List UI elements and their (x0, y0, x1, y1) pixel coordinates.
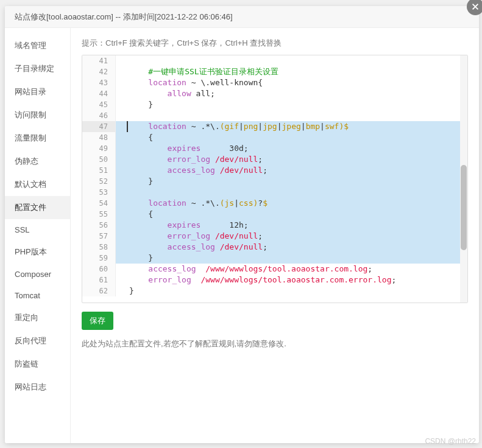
sidebar-item-13[interactable]: 反向代理 (5, 329, 70, 352)
code-line-50[interactable]: 50 error_log /dev/null; (82, 154, 467, 165)
scrollbar-thumb[interactable] (461, 165, 467, 250)
code-line-41[interactable]: 41 (82, 55, 467, 66)
code-content[interactable]: error_log /dev/null; (127, 154, 467, 165)
code-content[interactable]: expires 30d; (127, 143, 467, 154)
fold-gutter (116, 253, 127, 264)
code-content[interactable]: } (127, 99, 467, 110)
sidebar-item-0[interactable]: 域名管理 (5, 34, 70, 57)
code-line-62[interactable]: 62} (82, 285, 467, 296)
fold-gutter (116, 209, 127, 220)
line-number: 58 (82, 242, 116, 253)
code-line-58[interactable]: 58 access_log /dev/null; (82, 242, 467, 253)
fold-gutter (116, 88, 127, 99)
code-line-52[interactable]: 52 } (82, 176, 467, 187)
sidebar-item-15[interactable]: 网站日志 (5, 376, 70, 399)
fold-gutter (116, 242, 127, 253)
fold-gutter (116, 66, 127, 77)
main-panel: 提示：Ctrl+F 搜索关键字，Ctrl+S 保存，Ctrl+H 查找替换 41… (71, 28, 479, 443)
code-content[interactable]: access_log /dev/null; (127, 242, 467, 253)
config-editor[interactable]: 4142 #一键申请SSL证书验证目录相关设置43 location ~ \.w… (82, 55, 468, 303)
fold-gutter (116, 154, 127, 165)
sidebar-item-10[interactable]: Composer (5, 264, 70, 285)
sidebar-item-5[interactable]: 伪静态 (5, 150, 70, 173)
sidebar-item-7[interactable]: 配置文件 (5, 196, 70, 219)
sidebar-item-4[interactable]: 流量限制 (5, 127, 70, 150)
fold-gutter (116, 55, 127, 66)
sidebar-item-6[interactable]: 默认文档 (5, 173, 70, 196)
line-number: 51 (82, 165, 116, 176)
code-line-43[interactable]: 43 location ~ \.well-known{ (82, 77, 467, 88)
fold-gutter (116, 132, 127, 143)
code-content[interactable] (127, 110, 467, 121)
code-line-49[interactable]: 49 expires 30d; (82, 143, 467, 154)
modal-title: 站点修改[tool.aoaostar.com] -- 添加时间[2021-12-… (5, 6, 479, 28)
code-content[interactable]: #一键申请SSL证书验证目录相关设置 (127, 66, 467, 77)
line-number: 61 (82, 275, 116, 285)
line-number: 59 (82, 253, 116, 264)
code-content[interactable]: access_log /www/wwwlogs/tool.aoaostar.co… (127, 264, 467, 275)
code-line-48[interactable]: 48 { (82, 132, 467, 143)
modal-body: 域名管理子目录绑定网站目录访问限制流量限制伪静态默认文档配置文件SSLPHP版本… (5, 28, 479, 443)
sidebar: 域名管理子目录绑定网站目录访问限制流量限制伪静态默认文档配置文件SSLPHP版本… (5, 28, 71, 443)
warning-text: 此处为站点主配置文件,若您不了解配置规则,请勿随意修改. (82, 338, 468, 349)
site-edit-modal: 站点修改[tool.aoaostar.com] -- 添加时间[2021-12-… (5, 6, 479, 443)
code-line-44[interactable]: 44 allow all; (82, 88, 467, 99)
code-content[interactable]: } (127, 176, 467, 187)
code-line-45[interactable]: 45 } (82, 99, 467, 110)
code-line-46[interactable]: 46 (82, 110, 467, 121)
fold-gutter (116, 77, 127, 88)
fold-gutter (116, 275, 127, 285)
sidebar-item-14[interactable]: 防盗链 (5, 352, 70, 376)
code-content[interactable]: location ~ .*\.(js|css)?$ (127, 198, 467, 209)
code-content[interactable] (127, 55, 467, 66)
code-line-57[interactable]: 57 error_log /dev/null; (82, 231, 467, 242)
code-content[interactable]: { (127, 209, 467, 220)
fold-gutter (116, 231, 127, 242)
line-number: 54 (82, 198, 116, 209)
save-button[interactable]: 保存 (82, 312, 113, 330)
line-number: 55 (82, 209, 116, 220)
line-number: 42 (82, 66, 116, 77)
code-line-55[interactable]: 55 { (82, 209, 467, 220)
code-line-61[interactable]: 61 error_log /www/wwwlogs/tool.aoaostar.… (82, 275, 467, 285)
close-icon (471, 2, 480, 11)
sidebar-item-9[interactable]: PHP版本 (5, 240, 70, 264)
sidebar-item-12[interactable]: 重定向 (5, 306, 70, 329)
code-content[interactable]: { (127, 132, 467, 143)
line-number: 52 (82, 176, 116, 187)
code-content[interactable]: error_log /www/wwwlogs/tool.aoaostar.com… (127, 275, 467, 285)
code-content[interactable]: location ~ \.well-known{ (127, 77, 467, 88)
code-content[interactable]: location ~ .*\.(gif|png|jpg|jpeg|bmp|swf… (127, 121, 467, 132)
code-content[interactable]: } (127, 285, 467, 296)
code-content[interactable]: access_log /dev/null; (127, 165, 467, 176)
editor-scrollbar[interactable] (460, 55, 467, 303)
code-line-59[interactable]: 59 } (82, 253, 467, 264)
code-line-51[interactable]: 51 access_log /dev/null; (82, 165, 467, 176)
line-number: 62 (82, 285, 116, 296)
code-content[interactable]: expires 12h; (127, 220, 467, 231)
line-number: 48 (82, 132, 116, 143)
code-content[interactable]: allow all; (127, 88, 467, 99)
line-number: 50 (82, 154, 116, 165)
line-number: 60 (82, 264, 116, 275)
code-content[interactable]: error_log /dev/null; (127, 231, 467, 242)
fold-gutter (116, 110, 127, 121)
code-line-53[interactable]: 53 (82, 187, 467, 198)
sidebar-item-1[interactable]: 子目录绑定 (5, 57, 70, 80)
line-number: 53 (82, 187, 116, 198)
sidebar-item-11[interactable]: Tomcat (5, 285, 70, 306)
sidebar-item-3[interactable]: 访问限制 (5, 103, 70, 127)
code-line-47[interactable]: 47 location ~ .*\.(gif|png|jpg|jpeg|bmp|… (82, 121, 467, 132)
code-content[interactable]: } (127, 253, 467, 264)
close-button[interactable] (467, 0, 482, 15)
sidebar-item-2[interactable]: 网站目录 (5, 80, 70, 103)
line-number: 47 (82, 121, 116, 132)
code-line-54[interactable]: 54 location ~ .*\.(js|css)?$ (82, 198, 467, 209)
fold-gutter (116, 121, 127, 132)
sidebar-item-8[interactable]: SSL (5, 219, 70, 240)
code-line-60[interactable]: 60 access_log /www/wwwlogs/tool.aoaostar… (82, 264, 467, 275)
code-line-56[interactable]: 56 expires 12h; (82, 220, 467, 231)
code-content[interactable] (127, 187, 467, 198)
code-line-42[interactable]: 42 #一键申请SSL证书验证目录相关设置 (82, 66, 467, 77)
line-number: 56 (82, 220, 116, 231)
